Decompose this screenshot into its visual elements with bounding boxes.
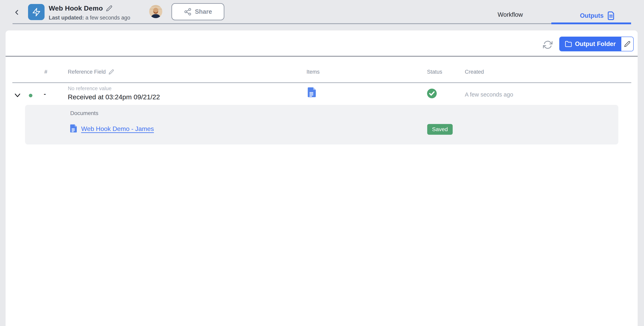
created-cell: A few seconds ago — [465, 91, 513, 98]
tab-workflow[interactable]: Workflow — [498, 11, 523, 18]
tab-outputs-label: Outputs — [580, 12, 604, 19]
document-list-item: Web Hook Demo - James — [70, 124, 154, 133]
refresh-icon[interactable] — [543, 40, 552, 50]
column-items: Items — [306, 69, 320, 75]
page-title: Web Hook Demo — [49, 5, 103, 12]
column-status: Status — [427, 69, 442, 75]
reference-field-cell: No reference value Received at 03:24pm 0… — [68, 85, 160, 101]
last-updated-text: Last updated: a few seconds ago — [49, 15, 130, 21]
column-reference-field: Reference Field — [68, 69, 114, 75]
share-button-label: Share — [195, 8, 212, 15]
pencil-icon — [624, 41, 630, 47]
active-tab-underline — [551, 23, 631, 24]
items-cell[interactable] — [308, 87, 316, 98]
avatar[interactable] — [149, 5, 162, 18]
column-created: Created — [465, 69, 484, 75]
edit-title-icon[interactable] — [106, 5, 112, 12]
collapse-row-icon[interactable] — [13, 91, 22, 99]
column-number: # — [44, 69, 47, 75]
row-number: - — [44, 90, 46, 98]
edit-reference-field-icon[interactable] — [108, 69, 114, 75]
edit-output-folder-button[interactable] — [621, 37, 633, 51]
document-icon — [308, 87, 316, 98]
reference-hint: No reference value — [68, 85, 160, 92]
avatar-image — [149, 5, 162, 18]
expanded-documents-panel: Documents Web Hook Demo - James Saved — [25, 105, 618, 145]
output-folder-label: Output Folder — [575, 40, 616, 48]
lightning-bolt-icon — [32, 8, 41, 17]
documents-section-label: Documents — [70, 110, 98, 116]
saved-status-badge: Saved — [427, 124, 453, 135]
folder-icon — [565, 40, 572, 48]
outputs-panel: Output Folder # Reference Field Items St… — [6, 31, 638, 326]
document-link[interactable]: Web Hook Demo - James — [81, 125, 154, 133]
last-updated-label: Last updated: — [49, 15, 84, 21]
document-outline-icon — [607, 11, 615, 20]
last-updated-value: a few seconds ago — [86, 15, 130, 21]
workflow-app-icon — [28, 4, 44, 20]
reference-value: Received at 03:24pm 09/21/22 — [68, 93, 160, 101]
document-icon — [70, 124, 77, 133]
output-folder-split-button: Output Folder — [559, 37, 634, 51]
outputs-toolbar: Output Folder — [6, 31, 638, 57]
top-header: Web Hook Demo Last updated: a few second… — [0, 0, 644, 24]
header-divider — [12, 23, 551, 24]
back-button[interactable] — [12, 7, 22, 18]
check-circle-icon — [426, 88, 437, 99]
share-button[interactable]: Share — [172, 3, 224, 20]
table-header: # Reference Field Items Status Created — [6, 57, 638, 83]
tab-workflow-label: Workflow — [498, 11, 523, 18]
share-icon — [184, 8, 192, 16]
chevron-left-icon — [13, 8, 21, 16]
tab-outputs[interactable]: Outputs — [580, 11, 615, 20]
output-folder-button[interactable]: Output Folder — [560, 37, 621, 51]
saved-badge-label: Saved — [432, 126, 448, 133]
status-dot — [29, 94, 32, 97]
column-reference-field-label: Reference Field — [68, 69, 106, 75]
